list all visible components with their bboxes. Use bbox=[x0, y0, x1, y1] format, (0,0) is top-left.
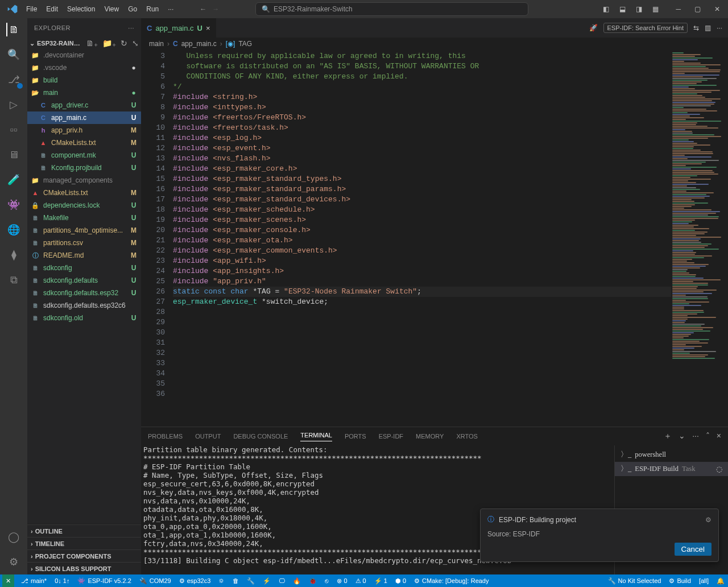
maximize-panel-icon[interactable]: ˄ bbox=[706, 431, 710, 441]
project-header[interactable]: ⌄ ESP32-RAINMAK... 🗎₊ 📁₊ ↻ ⤡ bbox=[27, 38, 141, 49]
status-flame-icon[interactable]: 🔥 bbox=[292, 577, 302, 585]
tree-item[interactable]: 🗎sdkconfig.defaults.esp32U bbox=[27, 287, 141, 299]
crumb-symbol[interactable]: TAG bbox=[238, 40, 252, 48]
status-build-icon[interactable]: 🔧 bbox=[246, 577, 256, 585]
tree-item[interactable]: 📁.devcontainer bbox=[27, 49, 141, 61]
layout-right-icon[interactable]: ◨ bbox=[634, 4, 644, 14]
status-remote-icon[interactable]: ✕ bbox=[2, 574, 14, 587]
menu-view[interactable]: View bbox=[101, 3, 122, 15]
sidebar-section-project-components[interactable]: › PROJECT COMPONENTS bbox=[27, 549, 141, 562]
close-panel-icon[interactable]: × bbox=[717, 431, 721, 441]
menu-run[interactable]: Run bbox=[143, 3, 162, 15]
close-icon[interactable]: ✕ bbox=[712, 4, 722, 14]
tree-item[interactable]: 🗎sdkconfigU bbox=[27, 262, 141, 274]
tree-item[interactable]: ▲CMakeLists.txtM bbox=[27, 187, 141, 199]
code-content[interactable]: Unless required by applicable law or agr… bbox=[173, 50, 671, 427]
activity-search-icon[interactable]: 🔍 bbox=[7, 48, 20, 61]
status-errors[interactable]: ⊗ 0 bbox=[336, 577, 348, 585]
tree-item[interactable]: ⓘREADME.mdM bbox=[27, 249, 141, 262]
panel-tab-esp-idf[interactable]: ESP-IDF bbox=[379, 433, 403, 440]
collapse-icon[interactable]: ⤡ bbox=[132, 39, 139, 48]
new-terminal-icon[interactable]: ＋ bbox=[664, 431, 672, 441]
status-debug-icon[interactable]: 🐞 bbox=[308, 577, 318, 585]
status-warnings[interactable]: ⚠ 0 bbox=[354, 577, 367, 585]
menu-selection[interactable]: Selection bbox=[64, 3, 98, 15]
minimap[interactable] bbox=[671, 50, 728, 427]
nav-back-icon[interactable]: ← bbox=[200, 5, 206, 13]
activity-extensions-icon[interactable]: ▫▫ bbox=[7, 123, 20, 137]
activity-esp-wave-icon[interactable]: ⧫ bbox=[7, 248, 20, 262]
sidebar-section-outline[interactable]: › OUTLINE bbox=[27, 524, 141, 537]
status-plug-icon[interactable]: ⎋ bbox=[324, 577, 330, 584]
nav-forward-icon[interactable]: → bbox=[212, 5, 219, 13]
activity-esp-chip-icon[interactable]: 🌐 bbox=[7, 223, 20, 237]
activity-account-icon[interactable]: ◯ bbox=[7, 530, 20, 544]
panel-tab-output[interactable]: OUTPUT bbox=[195, 433, 221, 440]
panel-tab-problems[interactable]: PROBLEMS bbox=[148, 433, 183, 440]
terminal-more-icon[interactable]: ··· bbox=[692, 431, 699, 441]
tree-item[interactable]: 📁build bbox=[27, 74, 141, 86]
gear-icon[interactable]: ⚙ bbox=[705, 516, 712, 524]
tree-item[interactable]: 📂main● bbox=[27, 86, 141, 99]
menu-file[interactable]: File bbox=[23, 3, 40, 15]
panel-tab-xrtos[interactable]: XRTOS bbox=[456, 433, 478, 440]
layout-grid-icon[interactable]: ▦ bbox=[650, 4, 661, 14]
status-idf-version[interactable]: 👾 ESP-IDF v5.2.2 bbox=[76, 577, 132, 585]
minimize-icon[interactable]: ─ bbox=[673, 4, 683, 14]
status-chip[interactable]: ⚙ esp32c3 bbox=[178, 577, 212, 585]
status-target[interactable]: [all] bbox=[698, 577, 710, 584]
status-port[interactable]: 🔌 COM29 bbox=[138, 577, 172, 585]
status-clean-icon[interactable]: 🗑 bbox=[231, 577, 240, 584]
activity-esp-cfg-icon[interactable]: ⧉ bbox=[7, 273, 20, 287]
tree-item[interactable]: 🗎sdkconfig.defaultsU bbox=[27, 274, 141, 287]
status-sync[interactable]: 0↓ 1↑ bbox=[53, 577, 71, 584]
tree-item[interactable]: Capp_driver.cU bbox=[27, 99, 141, 111]
panel-tab-ports[interactable]: PORTS bbox=[345, 433, 366, 440]
panel-tab-debug-console[interactable]: DEBUG CONSOLE bbox=[233, 433, 288, 440]
status-gear-icon[interactable]: ⛭ bbox=[217, 577, 226, 584]
status-bug[interactable]: ⬢ 0 bbox=[394, 577, 407, 585]
activity-run-icon[interactable]: ▷ bbox=[7, 98, 20, 111]
tree-item[interactable]: Capp_main.cU bbox=[27, 111, 141, 124]
crumb-file[interactable]: app_main.c bbox=[181, 40, 217, 48]
tree-item[interactable]: 🗎Kconfig.projbuildU bbox=[27, 162, 141, 174]
terminal-item[interactable]: 〉_ ESP-IDF Build Task◌ bbox=[615, 462, 728, 476]
tree-item[interactable]: 🗎partitions_4mb_optimise...M bbox=[27, 224, 141, 237]
sidebar-section-timeline[interactable]: › TIMELINE bbox=[27, 537, 141, 549]
new-file-icon[interactable]: 🗎₊ bbox=[86, 39, 98, 48]
tree-item[interactable]: 🗎partitions.csvM bbox=[27, 237, 141, 249]
sidebar-section-silicon-labs-support[interactable]: › SILICON LABS SUPPORT bbox=[27, 562, 141, 574]
tree-item[interactable]: 📁.vscode● bbox=[27, 61, 141, 74]
breadcrumb[interactable]: main › C app_main.c › [◉] TAG bbox=[141, 38, 728, 50]
new-folder-icon[interactable]: 📁₊ bbox=[102, 39, 116, 48]
crumb-folder[interactable]: main bbox=[149, 40, 164, 48]
editor-more-icon[interactable]: ··· bbox=[717, 24, 722, 32]
tree-item[interactable]: 🗎MakefileU bbox=[27, 212, 141, 224]
panel-tab-memory[interactable]: MEMORY bbox=[416, 433, 444, 440]
menu-more[interactable]: ··· bbox=[164, 3, 177, 15]
code-editor[interactable]: 3456789101112131415161718192021222324252… bbox=[141, 50, 671, 427]
activity-settings-icon[interactable]: ⚙ bbox=[7, 555, 20, 569]
layout-left-icon[interactable]: ◧ bbox=[601, 4, 611, 14]
cancel-button[interactable]: Cancel bbox=[675, 543, 712, 556]
tree-item[interactable]: 🔒dependencies.lockU bbox=[27, 199, 141, 212]
split-editor-icon[interactable]: ▥ bbox=[705, 24, 711, 32]
terminal-item[interactable]: 〉_ powershell bbox=[615, 448, 728, 462]
status-branch[interactable]: ⎇ main* bbox=[20, 577, 48, 585]
tree-item[interactable]: 🗎component.mkU bbox=[27, 149, 141, 162]
status-ports[interactable]: ⚡ 1 bbox=[373, 577, 388, 585]
activity-test-icon[interactable]: 🧪 bbox=[7, 173, 20, 187]
tab-close-icon[interactable]: × bbox=[206, 24, 210, 32]
command-center[interactable]: 🔍 ESP32-Rainmaker-Switch bbox=[255, 2, 528, 16]
sidebar-more-icon[interactable]: ··· bbox=[128, 24, 134, 31]
layout-bottom-icon[interactable]: ⬓ bbox=[617, 4, 628, 14]
tree-item[interactable]: 🗎sdkconfig.oldU bbox=[27, 312, 141, 324]
status-bell-icon[interactable]: 🔔 bbox=[715, 577, 726, 585]
status-monitor-icon[interactable]: 🖵 bbox=[278, 577, 286, 584]
tree-item[interactable]: 📁managed_components bbox=[27, 174, 141, 187]
activity-esp-alien-icon[interactable]: 👾 bbox=[7, 198, 20, 212]
compare-icon[interactable]: ⇆ bbox=[693, 24, 699, 32]
status-build-btn[interactable]: ⚙ Build bbox=[668, 577, 692, 585]
tab-app-main[interactable]: C app_main.c U × bbox=[141, 18, 217, 38]
activity-remote-icon[interactable]: 🖥 bbox=[7, 148, 20, 162]
